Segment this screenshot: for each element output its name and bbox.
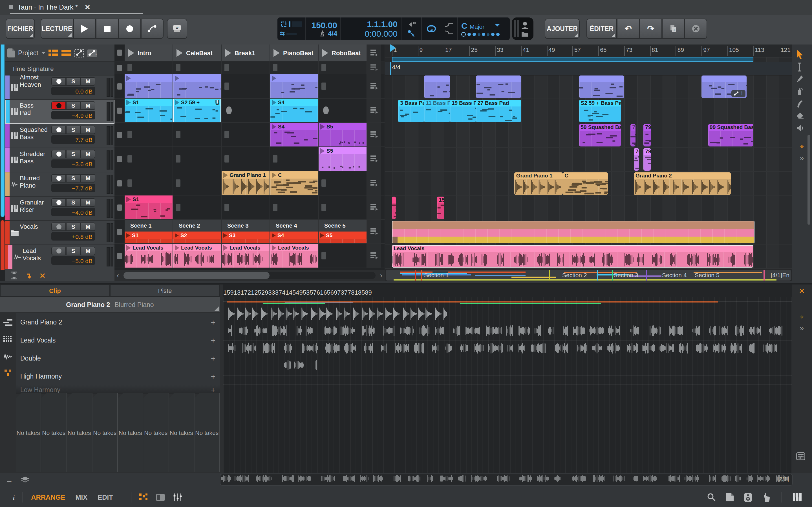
stop-slot[interactable]: [221, 99, 270, 122]
take-column[interactable]: No takes: [169, 393, 195, 472]
editer-button[interactable]: ÉDITER: [587, 18, 617, 39]
empty-slot[interactable]: [124, 123, 173, 147]
track-header-shredder-bass[interactable]: ShredderBass S M −3.6 dB: [5, 148, 114, 172]
arranger-clip[interactable]: 75: [631, 124, 636, 147]
solo-button[interactable]: S: [66, 126, 81, 134]
track-stop-button[interactable]: [114, 171, 124, 195]
automation-write-button[interactable]: [141, 18, 163, 39]
empty-slot[interactable]: [124, 61, 173, 74]
launcher-clip[interactable]: Lead Vocals: [173, 244, 221, 268]
scene-play-icon[interactable]: [225, 49, 231, 57]
scene-2[interactable]: CeleBeat: [173, 45, 221, 61]
editor-ruler[interactable]: 1591317212529333741454953576165697377818…: [223, 289, 792, 302]
scene-play-icon[interactable]: [273, 49, 280, 57]
delete-button[interactable]: [684, 18, 707, 39]
editor-snap-icon[interactable]: ⌖: [796, 313, 808, 322]
editor-x-icon[interactable]: ✕: [796, 287, 808, 296]
clip-play-icon[interactable]: [272, 245, 276, 250]
track-volume[interactable]: −7.7 dB: [51, 184, 95, 192]
ajouter-button[interactable]: AJOUTER: [545, 18, 580, 39]
track-header-lead-vocals[interactable]: LeadVocals S M −5.0 dB: [5, 245, 114, 269]
launcher-clip[interactable]: Grand Piano 1: [221, 171, 269, 195]
spray-tool-icon[interactable]: [796, 87, 808, 96]
scene-4[interactable]: PianoBeat: [270, 45, 319, 61]
empty-slot[interactable]: [124, 171, 173, 195]
record-arm-button[interactable]: [51, 77, 66, 86]
cpu-cell[interactable]: ⇆: [277, 17, 306, 40]
time-signature-value[interactable]: 4/4: [328, 30, 337, 38]
empty-slot[interactable]: [221, 61, 270, 74]
solo-button[interactable]: S: [66, 77, 81, 86]
playhead-icon[interactable]: [390, 45, 396, 52]
pointer-tool-icon[interactable]: [796, 50, 808, 59]
panel-toggle-icon[interactable]: [156, 493, 165, 501]
empty-slot[interactable]: [319, 244, 367, 268]
record-button[interactable]: [118, 18, 141, 39]
arranger-clip[interactable]: Lead Vocals: [392, 245, 753, 268]
empty-slot[interactable]: [270, 61, 319, 74]
edited-clip-header[interactable]: Grand Piano 2 Blurred Piano: [0, 297, 220, 312]
record-arm-button[interactable]: [51, 247, 66, 255]
key-scale[interactable]: Major: [470, 23, 485, 30]
arranger-lane-granular-riser[interactable]: 15: [385, 196, 792, 220]
group-clip[interactable]: S5: [319, 231, 366, 243]
launcher-clip[interactable]: S2 59 +: [173, 99, 221, 122]
track-stop-button[interactable]: [114, 220, 124, 243]
arranger-lane-vocals[interactable]: [385, 220, 792, 244]
stop-all-column[interactable]: [114, 45, 124, 61]
audition-tool-icon[interactable]: [796, 124, 808, 133]
clear-icon[interactable]: ✕: [40, 271, 46, 280]
group-scene-slot[interactable]: Scene 5: [319, 220, 366, 231]
track-volume[interactable]: +0.8 dB: [51, 232, 95, 240]
scroll-left-icon[interactable]: ‹: [114, 272, 121, 279]
comp-lane-double[interactable]: Double+: [16, 349, 220, 367]
take-column[interactable]: No takes: [118, 393, 144, 472]
solo-button[interactable]: S: [66, 247, 81, 255]
snap-toggle-icon[interactable]: ⌖: [796, 143, 808, 152]
clip-play-icon[interactable]: [175, 100, 179, 105]
group-clip[interactable]: S4: [270, 231, 318, 243]
tempo-value[interactable]: 150.00: [308, 20, 337, 30]
scene-menu-column[interactable]: [367, 45, 381, 61]
solo-button[interactable]: S: [66, 174, 81, 182]
track-volume[interactable]: −5.0 dB: [51, 256, 95, 265]
arranger-clip[interactable]: 79: [644, 124, 651, 147]
clip-play-icon[interactable]: [320, 124, 325, 129]
solo-button[interactable]: S: [66, 150, 81, 158]
time-value[interactable]: 0:00.000: [344, 29, 398, 38]
clip-overview-strip[interactable]: [2/1]: [220, 474, 793, 486]
arranger-clip[interactable]: 79: [644, 148, 651, 171]
position-cell[interactable]: 1.1.1.00 0:00.000: [341, 17, 402, 40]
row-menu[interactable]: [367, 195, 381, 219]
section-marker[interactable]: Section 3: [613, 272, 638, 278]
arranger-lane-squashed-bass[interactable]: 59 Squashed Bass 75 79 99 Squashed Bass: [385, 123, 792, 148]
view-mix[interactable]: MIX: [75, 493, 87, 501]
clip-play-icon[interactable]: [223, 172, 228, 178]
editor-row[interactable]: [223, 305, 792, 323]
track-header-granular-riser[interactable]: GranularRiser S M −4.0 dB: [5, 196, 114, 221]
arrangement-overview[interactable]: Section 1Section 2Section 3Section 4Sect…: [385, 269, 792, 281]
redo-button[interactable]: ↷: [640, 18, 662, 39]
scene-1[interactable]: Intro: [124, 45, 173, 61]
row-menu[interactable]: [367, 220, 381, 243]
row-menu[interactable]: [367, 74, 381, 98]
undo-button[interactable]: ↶: [617, 18, 640, 39]
clip-launcher-view-icon[interactable]: [49, 50, 59, 56]
track-header-vocals[interactable]: Vocals S M +0.8 dB: [5, 221, 114, 245]
track-stop-button[interactable]: [114, 244, 124, 268]
follow-arrow-icon[interactable]: ↴: [26, 271, 32, 280]
project-dropdown-icon[interactable]: [41, 52, 46, 56]
master-meter-panel[interactable]: [512, 17, 534, 40]
empty-slot[interactable]: [221, 195, 270, 219]
clip-play-icon[interactable]: [223, 245, 228, 250]
arranger-vscrollbar[interactable]: [808, 135, 810, 225]
empty-slot[interactable]: [173, 61, 221, 74]
stop-slot[interactable]: [319, 99, 367, 122]
clip-play-icon[interactable]: [272, 100, 276, 105]
mute-button[interactable]: M: [81, 77, 95, 86]
layers-icon[interactable]: [3, 319, 12, 327]
expand-chevrons-icon[interactable]: »: [796, 154, 808, 163]
record-arm-button[interactable]: [51, 223, 66, 231]
group-clip[interactable]: S3: [221, 231, 269, 243]
waveform-editor[interactable]: 1591317212529333741454953576165697377818…: [223, 284, 792, 473]
